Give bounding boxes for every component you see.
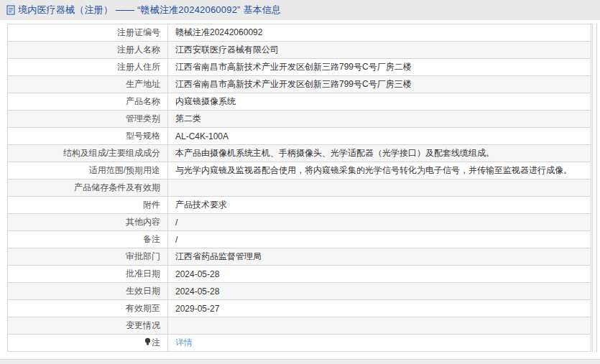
row-value: 2024-05-28 [168, 283, 591, 300]
row-value: 详情 [168, 335, 591, 352]
table-row: 备注/ [8, 231, 591, 248]
row-value: 产品技术要求 [168, 197, 591, 214]
row-label: 注册证编号 [8, 24, 168, 42]
row-value: 与光学内窥镜及监视器配合使用，将内窥镜采集的光学信号转化为电子信号，并传输至监视… [168, 162, 591, 179]
row-value: 2029-05-27 [168, 300, 591, 317]
row-label: 附件 [8, 197, 168, 214]
row-label: 产品储存条件及有效期 [8, 179, 168, 197]
table-row: 注册人住所江西省南昌市高新技术产业开发区创新三路799号C号厂房二楼 [8, 59, 591, 76]
row-value: 江西省南昌市高新技术产业开发区创新三路799号C号厂房三楼 [168, 76, 591, 93]
row-label: 产品名称 [8, 93, 168, 111]
document-icon [6, 5, 15, 15]
table-row: 生产地址江西省南昌市高新技术产业开发区创新三路799号C号厂房三楼 [8, 76, 591, 93]
row-label: 批准日期 [8, 266, 168, 283]
table-row: 型号规格AL-C4K-100A [8, 128, 591, 145]
row-label: 变更情况 [8, 317, 168, 335]
row-value: 江西省药品监督管理局 [168, 248, 591, 266]
row-label: 注册人住所 [8, 59, 168, 76]
row-label: 结构及组成/主要组成成分 [8, 145, 168, 162]
row-label: 有效期至 [8, 300, 168, 317]
row-value [168, 179, 591, 197]
row-value: / [168, 231, 591, 248]
table-row: 管理类别第二类 [8, 111, 591, 128]
registration-info-table: 注册证编号赣械注准20242060092注册人名称江西安联医疗器械有限公司注册人… [7, 24, 591, 352]
row-value: / [168, 214, 591, 231]
table-row: 注册人名称江西安联医疗器械有限公司 [8, 42, 591, 59]
row-value [168, 317, 591, 335]
table-row: 有效期至2029-05-27 [8, 300, 591, 317]
row-value: AL-C4K-100A [168, 128, 591, 145]
page: 境内医疗器械（注册） —— “赣械注准20242060092” 基本信息 注册证… [0, 0, 600, 364]
table-row: 变更情况 [8, 317, 591, 335]
row-label: 管理类别 [8, 111, 168, 128]
row-label: 生效日期 [8, 283, 168, 300]
table-row: 适用范围/预期用途与光学内窥镜及监视器配合使用，将内窥镜采集的光学信号转化为电子… [8, 162, 591, 179]
table-row: 结构及组成/主要组成成分本产品由摄像机系统主机、手柄摄像头、光学适配器（光学接口… [8, 145, 591, 162]
row-value: 江西省南昌市高新技术产业开发区创新三路799号C号厂房二楼 [168, 59, 591, 76]
detail-link[interactable]: 详情 [175, 337, 193, 347]
table-row: 生效日期2024-05-28 [8, 283, 591, 300]
row-label: 备注 [8, 231, 168, 248]
row-value: 本产品由摄像机系统主机、手柄摄像头、光学适配器（光学接口）及配套线缆组成。 [168, 145, 591, 162]
row-label: 其他内容 [8, 214, 168, 231]
page-header: 境内医疗器械（注册） —— “赣械注准20242060092” 基本信息 [0, 0, 600, 20]
table-row: 其他内容/ [8, 214, 591, 231]
row-label: 审批部门 [8, 248, 168, 266]
row-value: 江西安联医疗器械有限公司 [168, 42, 591, 59]
row-label: 型号规格 [8, 128, 168, 145]
row-label: 生产地址 [8, 76, 168, 93]
page-title: 境内医疗器械（注册） —— “赣械注准20242060092” 基本信息 [18, 4, 281, 17]
table-row: 产品储存条件及有效期 [8, 179, 591, 197]
table-row: 附件产品技术要求 [8, 197, 591, 214]
table-row: 批准日期2024-05-28 [8, 266, 591, 283]
table-row: 注详情 [8, 335, 591, 352]
row-label: 适用范围/预期用途 [8, 162, 168, 179]
row-value: 赣械注准20242060092 [168, 24, 591, 42]
row-value: 内窥镜摄像系统 [168, 93, 591, 111]
row-label: 注册人名称 [8, 42, 168, 59]
table-row: 注册证编号赣械注准20242060092 [8, 24, 591, 42]
footer-strip [0, 359, 600, 364]
row-value: 2024-05-28 [168, 266, 591, 283]
table-row: 审批部门江西省药品监督管理局 [8, 248, 591, 266]
row-value: 第二类 [168, 111, 591, 128]
table-row: 产品名称内窥镜摄像系统 [8, 93, 591, 111]
bulb-icon [144, 337, 151, 348]
row-label: 注 [8, 335, 168, 352]
vertical-scrollbar[interactable] [592, 24, 597, 352]
